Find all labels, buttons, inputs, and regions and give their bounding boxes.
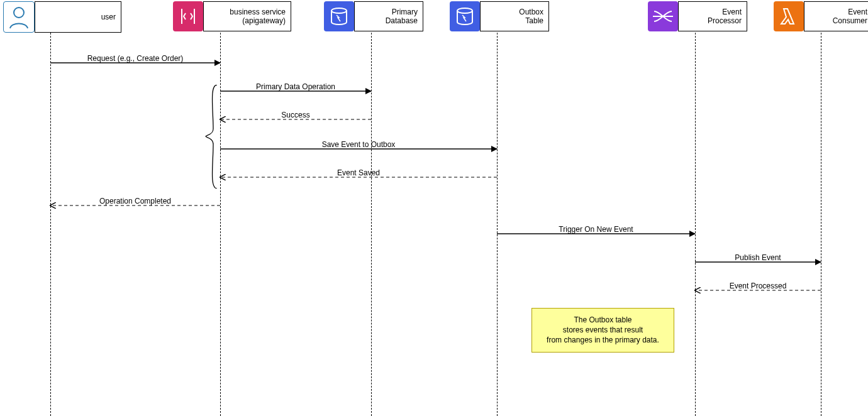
message-label: Request (e.g., Create Order) <box>87 54 184 63</box>
message-event-saved: Event Saved <box>220 177 497 189</box>
message-label: Save Event to Outbox <box>322 140 396 149</box>
note-line: The Outbox table <box>538 315 667 325</box>
note-outbox: The Outbox table stores events that resu… <box>531 308 674 353</box>
message-save-outbox: Save Event to Outbox <box>220 149 497 160</box>
message-publish: Publish Event <box>695 262 821 273</box>
message-label: Trigger On New Event <box>559 225 633 234</box>
message-label: Operation Completed <box>99 197 171 205</box>
message-request: Request (e.g., Create Order) <box>50 63 220 74</box>
message-label: Event Saved <box>337 168 380 177</box>
message-primary-op: Primary Data Operation <box>220 91 371 102</box>
message-label: Publish Event <box>735 253 781 262</box>
message-processed: Event Processed <box>695 290 821 302</box>
message-label: Success <box>281 111 309 119</box>
message-label: Event Processed <box>730 282 787 290</box>
sequence-diagram: user business service (apigateway) Prima… <box>0 0 868 416</box>
message-op-completed: Operation Completed <box>50 205 220 217</box>
message-label: Primary Data Operation <box>256 82 335 91</box>
message-success: Success <box>220 119 371 131</box>
note-line: stores events that result <box>538 325 667 335</box>
note-line: from changes in the primary data. <box>538 335 667 345</box>
message-trigger: Trigger On New Event <box>497 234 695 245</box>
